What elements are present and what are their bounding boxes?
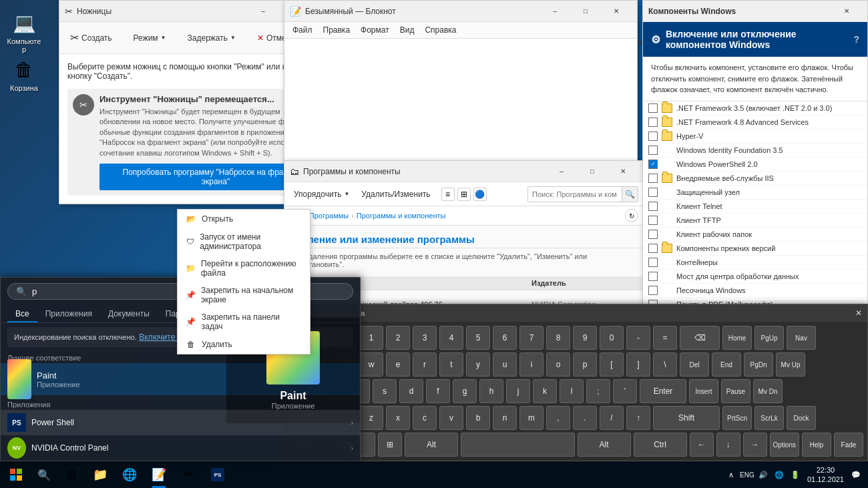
key-z[interactable]: z (359, 406, 383, 430)
key-del[interactable]: Del (680, 352, 709, 377)
comp-iis-checkbox[interactable] (648, 174, 658, 183)
key-o[interactable]: o (546, 352, 570, 377)
tray-show-hidden[interactable]: ∧ (724, 468, 738, 481)
key-3[interactable]: 3 (413, 326, 437, 350)
comp-netfx48-checkbox[interactable] (648, 117, 658, 127)
ctx-goto-file[interactable]: 📁 Перейти к расположению файла (178, 255, 310, 282)
tab-apps[interactable]: Приложения (37, 305, 100, 322)
view-toggle-3[interactable]: 🔵 (473, 188, 487, 201)
notepad-menu-file[interactable]: Файл (290, 23, 315, 37)
comp-iis[interactable]: Внедряемые веб-службы IIS (643, 172, 867, 186)
comp-wif[interactable]: Windows Identity Foundation 3.5 (643, 144, 867, 158)
comp-netfx48[interactable]: .NET Framework 4.8 Advanced Services (643, 115, 867, 130)
key-v[interactable]: v (439, 406, 463, 430)
key-5[interactable]: 5 (466, 326, 490, 350)
key-comma[interactable]: , (546, 406, 570, 430)
comp-tftp[interactable]: Клиент TFTP (643, 214, 867, 228)
key-scrlk[interactable]: ScrLk (754, 406, 784, 430)
taskbar-search-button[interactable]: 🔍 (32, 461, 56, 488)
key-backspace[interactable]: ⌫ (680, 326, 720, 350)
tab-all[interactable]: Все (7, 305, 37, 322)
tray-network[interactable]: 🌐 (773, 468, 786, 481)
key-k[interactable]: k (533, 379, 557, 403)
key-space[interactable] (461, 433, 575, 457)
key-1[interactable]: 1 (359, 326, 383, 350)
key-semicolon[interactable]: ; (586, 379, 610, 403)
key-end[interactable]: End (712, 352, 741, 377)
nvidia-app-item[interactable]: NV NVIDIA Control Panel › (1, 435, 360, 461)
programs-remove-button[interactable]: Удалить/Изменить (357, 187, 434, 202)
wincomp-close-button[interactable]: ✕ (831, 1, 862, 22)
desktop-icon-computer[interactable]: 💻 Компьютер (3, 7, 45, 56)
tray-notification[interactable]: 💬 (849, 468, 863, 481)
tray-battery[interactable]: 🔋 (789, 468, 802, 481)
ctx-pin-taskbar[interactable]: 📌 Закрепить на панели задач (178, 308, 310, 335)
comp-wif-checkbox[interactable] (648, 146, 658, 155)
tray-clock[interactable]: 22:30 01.12.2021 (805, 465, 847, 485)
desktop-icon-recycle[interactable]: 🗑 Корзина (3, 53, 45, 95)
key-shift-right[interactable]: Shift (653, 406, 720, 430)
comp-work-folders-checkbox[interactable] (648, 230, 658, 239)
wincomp-help-icon[interactable]: ? (853, 34, 859, 45)
key-c[interactable]: c (413, 406, 437, 430)
comp-netfx35-checkbox[interactable] (648, 103, 658, 113)
key-prtscn[interactable]: PrtScn (722, 406, 752, 430)
comp-tftp-checkbox[interactable] (648, 216, 658, 225)
key-equals[interactable]: = (653, 326, 677, 350)
key-rbracket[interactable]: ] (626, 352, 650, 377)
comp-containers[interactable]: Контейнеры (643, 256, 867, 270)
notepad-maximize-button[interactable]: □ (570, 1, 601, 22)
comp-legacy[interactable]: Компоненты прежних версий (643, 242, 867, 256)
ctx-open[interactable]: 📂 Открыть (178, 210, 310, 228)
key-d[interactable]: d (399, 379, 423, 403)
key-options[interactable]: Options (770, 433, 799, 457)
notepad-content-area[interactable] (284, 39, 637, 172)
key-pgdn[interactable]: PgDn (744, 352, 773, 377)
key-pause[interactable]: Pause (721, 379, 750, 403)
comp-guarded[interactable]: Защищенный узел (643, 186, 867, 200)
key-dock[interactable]: Dock (787, 406, 816, 430)
key-9[interactable]: 9 (573, 326, 597, 350)
programs-close-button[interactable]: ✕ (608, 161, 638, 182)
comp-containers-checkbox[interactable] (648, 258, 658, 267)
ctx-pin-start[interactable]: 📌 Закрепить на начальном экране (178, 282, 310, 308)
addr-refresh-button[interactable]: ↻ (625, 209, 638, 222)
key-enter[interactable]: Enter (640, 379, 686, 403)
key-4[interactable]: 4 (439, 326, 463, 350)
key-r[interactable]: r (413, 352, 437, 377)
key-y[interactable]: y (466, 352, 490, 377)
tab-docs[interactable]: Документы (100, 305, 158, 322)
comp-dcbridge-checkbox[interactable] (648, 272, 658, 281)
key-f[interactable]: f (426, 379, 450, 403)
comp-powershell-checkbox[interactable]: ✓ (648, 160, 658, 169)
key-mvup[interactable]: Mv Up (776, 352, 805, 377)
notepad-menu-edit[interactable]: Правка (320, 23, 353, 37)
taskbar-item-6[interactable]: PS (203, 461, 232, 488)
taskbar-item-1[interactable]: 🖥 (56, 461, 85, 488)
scissors-mode-button[interactable]: Режим ▼ (128, 31, 172, 45)
key-6[interactable]: 6 (493, 326, 517, 350)
notepad-menu-help[interactable]: Справка (422, 23, 459, 37)
programs-organize-button[interactable]: Упорядочить ▼ (290, 187, 353, 202)
vkbd-close-button[interactable]: ✕ (855, 308, 862, 318)
key-x[interactable]: x (386, 406, 410, 430)
key-lbracket[interactable]: [ (600, 352, 624, 377)
key-backslash[interactable]: \ (653, 352, 677, 377)
key-mvdn[interactable]: Mv Dn (753, 379, 783, 403)
tray-lang[interactable]: ENG (740, 468, 754, 481)
key-7[interactable]: 7 (519, 326, 544, 350)
taskbar-item-5[interactable]: ✂ (174, 461, 203, 488)
key-m[interactable]: m (519, 406, 544, 430)
addr-crumb-programs2[interactable]: Программы и компоненты (357, 212, 446, 220)
key-quote[interactable]: ' (613, 379, 637, 403)
scissors-delay-button[interactable]: Задержать ▼ (182, 31, 241, 45)
key-u[interactable]: u (493, 352, 517, 377)
comp-telnet[interactable]: Клиент Telnet (643, 200, 867, 214)
key-right[interactable]: → (743, 433, 767, 457)
key-i[interactable]: i (519, 352, 544, 377)
taskbar-item-4[interactable]: 📝 (144, 461, 174, 488)
key-up[interactable]: ↑ (626, 406, 650, 430)
comp-netfx35[interactable]: .NET Framework 3.5 (включает .NET 2.0 и … (643, 101, 867, 115)
taskbar-item-3[interactable]: 🌐 (115, 461, 144, 488)
powershell-app-item[interactable]: PS Power Shell › (1, 410, 360, 435)
